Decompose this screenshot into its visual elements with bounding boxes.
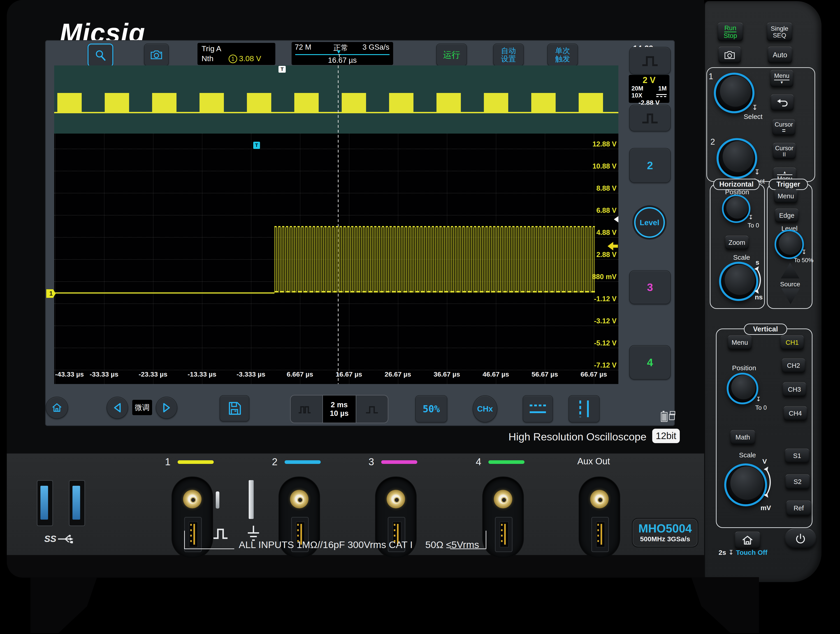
step-left-button[interactable] bbox=[107, 397, 128, 419]
ref-button[interactable]: Ref bbox=[786, 500, 811, 516]
bnc-center-pin bbox=[501, 497, 507, 503]
time-axis-labels: -43.33 µs-33.33 µs-23.33 µs-13.33 µs-3.3… bbox=[54, 65, 618, 384]
v-position-label: Position bbox=[727, 364, 761, 372]
h-to-zero-label: To 0 bbox=[742, 222, 765, 229]
inputs-rating: ALL INPUTS 1MΩ//16pF 300Vrms CAT I 50Ω ≤… bbox=[239, 539, 479, 550]
trigger-menu-button[interactable]: Menu bbox=[774, 189, 797, 203]
probe-ribbon-connector[interactable] bbox=[495, 517, 513, 552]
v-position-knob[interactable] bbox=[727, 373, 758, 404]
zoom-window-button[interactable] bbox=[356, 396, 388, 423]
pulse-icon bbox=[641, 55, 659, 66]
right-foot bbox=[691, 577, 759, 633]
autoset-button[interactable]: 自动 设置 bbox=[493, 44, 524, 66]
cursor-eq-button[interactable]: Cursor = bbox=[772, 119, 795, 136]
bnc-well-ch1[interactable] bbox=[172, 476, 213, 559]
time-tick-label: -33.33 µs bbox=[84, 371, 124, 378]
zoom-button[interactable]: Zoom bbox=[725, 235, 748, 249]
up-triangle-icon: ▲ bbox=[783, 170, 787, 175]
run-stop-hard-button[interactable]: Run Stop bbox=[718, 22, 743, 41]
v-to-zero-label: To 0 bbox=[750, 404, 772, 411]
panel-home-button[interactable] bbox=[735, 531, 760, 549]
vertical-cursors-button[interactable] bbox=[568, 395, 600, 423]
v-scale-knob[interactable] bbox=[724, 464, 767, 506]
back-button[interactable] bbox=[771, 94, 794, 110]
timebase-group[interactable]: 2 ms 10 µs bbox=[290, 395, 388, 423]
ch3-touch-button[interactable]: 3 bbox=[629, 270, 671, 304]
timebase-display[interactable]: 2 ms 10 µs bbox=[323, 396, 356, 423]
bnc-well-ch4[interactable] bbox=[482, 476, 524, 559]
touch-off-caption: 2s ↧ Touch Off bbox=[718, 549, 767, 557]
probe-comp-ground-pin[interactable] bbox=[249, 480, 254, 519]
bnc-center-pin bbox=[394, 497, 400, 503]
time-tick-label: 46.67 µs bbox=[475, 371, 516, 378]
down-triangle-icon: ▼ bbox=[780, 80, 784, 85]
screenshot-button[interactable] bbox=[144, 44, 169, 66]
ch1-impedance: 1M bbox=[658, 85, 667, 92]
level-touch-button[interactable]: Level bbox=[634, 207, 665, 238]
s2-button[interactable]: S2 bbox=[785, 474, 810, 489]
touch-screen[interactable]: Trig A Nth 1 3.08 V 72 M 正常 3 GSa/s ▼ T … bbox=[45, 40, 675, 426]
bnc-center-pin bbox=[190, 497, 196, 503]
usb-port-2[interactable] bbox=[69, 480, 85, 526]
trigger-type: Nth bbox=[202, 54, 213, 63]
step-right-button[interactable] bbox=[156, 397, 177, 419]
home-button[interactable] bbox=[46, 397, 68, 419]
ch1-button[interactable]: CH1 bbox=[780, 335, 804, 350]
math-button[interactable]: Math bbox=[730, 430, 755, 445]
auto-button[interactable]: Auto bbox=[768, 46, 792, 63]
trigger-slope-button-bottom[interactable] bbox=[629, 105, 671, 131]
multiknob-2[interactable] bbox=[717, 138, 757, 179]
camera-icon bbox=[150, 49, 163, 60]
waveform-area[interactable]: T 12.88 V10.88 V8.88 V6.88 V4.88 V2.88 V… bbox=[54, 65, 618, 384]
edge-button[interactable]: Edge bbox=[775, 208, 799, 222]
time-tick-label: -43.33 µs bbox=[55, 371, 84, 378]
h-position-knob[interactable] bbox=[722, 194, 750, 223]
ch2-label: 2 bbox=[647, 159, 653, 172]
multiknob-1[interactable] bbox=[714, 73, 755, 113]
ch2-touch-button[interactable]: 2 bbox=[629, 148, 671, 183]
run-stop-button[interactable]: 运行 bbox=[436, 44, 467, 66]
s1-button[interactable]: S1 bbox=[785, 448, 809, 463]
save-button[interactable] bbox=[219, 395, 249, 421]
ch3-button[interactable]: CH3 bbox=[783, 382, 806, 397]
power-icon bbox=[795, 533, 806, 545]
fifty-percent-button[interactable]: 50% bbox=[415, 395, 447, 423]
fine-tune-display: 微调 bbox=[132, 400, 152, 415]
horizontal-cursors-button[interactable] bbox=[523, 395, 553, 423]
time-zoom: 10 µs bbox=[330, 409, 349, 418]
acquisition-box[interactable]: 72 M 正常 3 GSa/s ▼ T 16.67 µs bbox=[292, 42, 393, 65]
ch2-button[interactable]: CH2 bbox=[782, 358, 805, 373]
menu-down-button[interactable]: Menu ▼ bbox=[770, 70, 793, 87]
vertical-menu-button[interactable]: Menu bbox=[728, 335, 752, 350]
fifty-percent-label: 50% bbox=[423, 404, 440, 415]
trigger-slope-button-top[interactable] bbox=[629, 47, 671, 74]
usb-port-1[interactable] bbox=[37, 480, 53, 526]
zero-time-flag[interactable]: T bbox=[253, 142, 260, 149]
trigger-level-knob[interactable] bbox=[775, 230, 804, 259]
hard-screenshot-button[interactable] bbox=[718, 46, 741, 63]
power-button[interactable] bbox=[785, 528, 816, 549]
probe-ribbon-connector[interactable] bbox=[591, 517, 609, 552]
single-line2: 触发 bbox=[555, 55, 570, 63]
probe-comp-signal-pin[interactable] bbox=[216, 491, 219, 509]
trigger-status-box[interactable]: Trig A Nth 1 3.08 V bbox=[197, 43, 275, 65]
chx-button[interactable]: CHx bbox=[472, 395, 497, 423]
search-button[interactable] bbox=[88, 44, 113, 67]
bnc-well-aux[interactable] bbox=[579, 476, 620, 559]
single-seq-button[interactable]: Single SEQ bbox=[767, 22, 792, 41]
v-unit-label: V bbox=[760, 457, 769, 465]
probe-ribbon-connector[interactable] bbox=[184, 517, 202, 552]
source-label: Source bbox=[776, 281, 804, 288]
usb-ss-icon: SS bbox=[44, 534, 74, 544]
ribbon-pins bbox=[597, 524, 599, 545]
ch1-scale: 2 V bbox=[629, 75, 669, 85]
single-trigger-button[interactable]: 单次 触发 bbox=[547, 44, 578, 66]
knob1-number: 1 bbox=[709, 72, 713, 81]
ch1-info-box[interactable]: 2 V 20M 1M 10X -2.88 V bbox=[629, 75, 669, 103]
time-tick-label: 36.67 µs bbox=[426, 371, 467, 378]
ch4-button[interactable]: CH4 bbox=[783, 406, 807, 421]
main-window-button[interactable] bbox=[291, 396, 323, 423]
trigger-time-line[interactable] bbox=[338, 65, 338, 384]
ch4-touch-button[interactable]: 4 bbox=[629, 345, 671, 380]
cursor-ii-button[interactable]: Cursor II bbox=[773, 143, 796, 159]
